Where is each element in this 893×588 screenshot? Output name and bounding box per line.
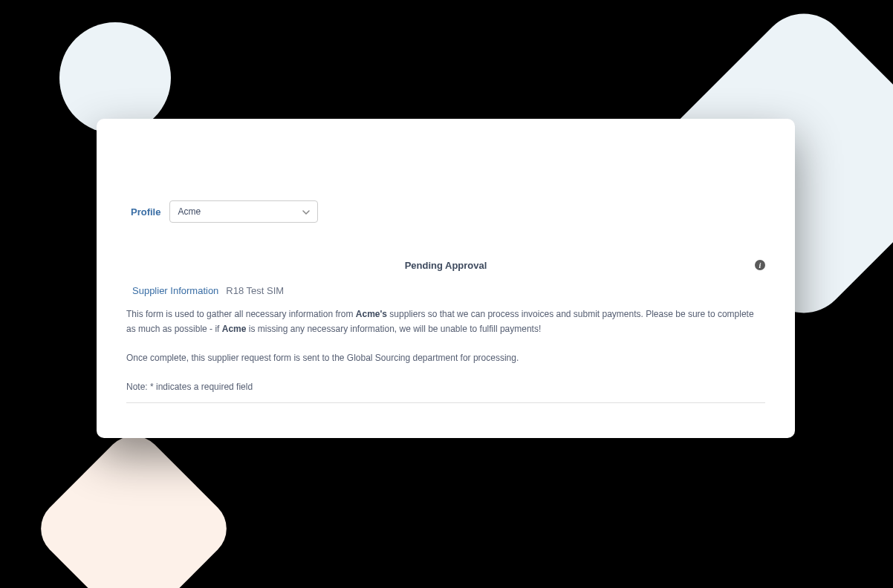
profile-selected-value: Acme bbox=[178, 206, 201, 217]
description-company-bold: Acme's bbox=[356, 309, 387, 319]
description-text: This form is used to gather all necessar… bbox=[126, 309, 356, 319]
description-paragraph-1: This form is used to gather all necessar… bbox=[126, 307, 765, 337]
description-paragraph-2: Once complete, this supplier request for… bbox=[126, 350, 765, 365]
supplier-name: R18 Test SIM bbox=[226, 285, 284, 296]
decorative-diamond-peach bbox=[29, 424, 239, 588]
profile-label: Profile bbox=[131, 206, 160, 218]
status-row: Pending Approval i bbox=[126, 258, 765, 272]
status-text: Pending Approval bbox=[405, 260, 487, 271]
main-card: Profile Acme Pending Approval i Supplier… bbox=[97, 119, 795, 438]
profile-select[interactable]: Acme bbox=[169, 200, 318, 223]
description-text: is missing any necessary information, we… bbox=[249, 324, 542, 334]
supplier-row: Supplier Information R18 Test SIM bbox=[132, 285, 765, 296]
description-company-bold: Acme bbox=[222, 324, 247, 334]
info-icon[interactable]: i bbox=[755, 260, 765, 270]
chevron-down-icon bbox=[302, 206, 310, 217]
form-description: This form is used to gather all necessar… bbox=[126, 307, 765, 365]
required-field-note: Note: * indicates a required field bbox=[126, 382, 765, 403]
supplier-information-link[interactable]: Supplier Information bbox=[132, 285, 218, 296]
decorative-circle bbox=[59, 22, 171, 134]
profile-row: Profile Acme bbox=[131, 200, 765, 223]
